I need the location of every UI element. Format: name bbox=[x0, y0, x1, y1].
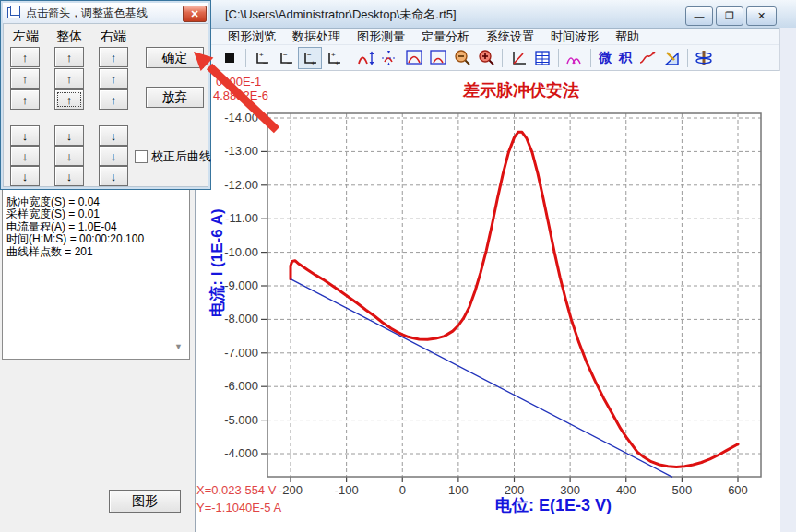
peak-overlay-icon[interactable] bbox=[563, 47, 587, 69]
left-down-button-2[interactable]: ↓ bbox=[10, 146, 40, 166]
cursor-y-readout: Y=-1.1040E-5 A bbox=[196, 501, 281, 514]
differential-button[interactable]: 微 bbox=[595, 47, 615, 69]
toolbar-separator bbox=[350, 49, 350, 67]
column-header-left: 左端 bbox=[10, 29, 42, 45]
dialog-title: 点击箭头，调整蓝色基线 bbox=[26, 6, 148, 21]
chart-pane[interactable] bbox=[196, 71, 780, 532]
menu-help[interactable]: 帮助 bbox=[607, 29, 647, 45]
menu-graph-measure[interactable]: 图形测量 bbox=[349, 29, 413, 45]
confirm-button[interactable]: 确定 bbox=[146, 47, 204, 68]
rotate-3d-icon[interactable] bbox=[692, 47, 716, 69]
axis-max-value-x: 0000E-1 bbox=[216, 75, 261, 89]
axis-shift-2-icon[interactable]: −− bbox=[274, 47, 298, 69]
right-down-button-1[interactable]: ↓ bbox=[99, 125, 128, 146]
svg-text:−: − bbox=[307, 51, 312, 59]
svg-text:−: − bbox=[263, 59, 267, 66]
graph-button[interactable]: 图形 bbox=[109, 490, 181, 513]
restore-button[interactable]: ❐ bbox=[716, 6, 743, 26]
left-up-button-3[interactable]: ↑ bbox=[10, 89, 40, 110]
axis-shift-1-icon[interactable]: +− bbox=[250, 47, 274, 69]
window-controls: — ❐ ✕ bbox=[685, 6, 777, 26]
dialog-close-button[interactable]: ✕ bbox=[183, 6, 207, 22]
toolbar-separator bbox=[590, 49, 591, 67]
minimize-button[interactable]: — bbox=[685, 6, 713, 26]
left-down-button-3[interactable]: ↓ bbox=[10, 166, 40, 186]
chart-title: 差示脉冲伏安法 bbox=[420, 79, 623, 101]
svg-text:+: + bbox=[335, 59, 339, 66]
window-title: [C:\Users\Administrator\Desktop\未命名.rt5] bbox=[225, 6, 457, 23]
parameter-lines: 脉冲宽度(S) = 0.04 采样宽度(S) = 0.01 电流量程(A) = … bbox=[6, 196, 144, 258]
peak-window-small-icon[interactable] bbox=[426, 47, 450, 69]
column-header-whole: 整体 bbox=[53, 29, 85, 45]
integral-button[interactable]: 积 bbox=[615, 47, 636, 69]
menu-system-settings[interactable]: 系统设置 bbox=[478, 29, 542, 45]
right-down-button-2[interactable]: ↓ bbox=[99, 146, 128, 166]
menu-graph-browse[interactable]: 图形浏览 bbox=[220, 29, 284, 45]
whole-down-button-3[interactable]: ↓ bbox=[54, 166, 84, 186]
window-right-border bbox=[779, 28, 796, 532]
x-axis-title: 电位: E(1E-3 V) bbox=[443, 494, 664, 516]
close-button[interactable]: ✕ bbox=[746, 6, 777, 26]
menu-quant-analysis[interactable]: 定量分析 bbox=[413, 29, 478, 45]
dialog-titlebar[interactable]: 点击箭头，调整蓝色基线 bbox=[3, 3, 208, 23]
svg-text:+: + bbox=[259, 51, 264, 59]
dialog-window-icon bbox=[7, 7, 20, 18]
svg-text:−: − bbox=[287, 59, 291, 66]
corrected-curve-checkbox[interactable]: 校正后曲线 bbox=[135, 148, 211, 165]
peak-compress-vertical-icon[interactable] bbox=[378, 47, 402, 69]
abandon-button[interactable]: 放弃 bbox=[146, 87, 204, 108]
axis-max-value-y: 4.8882E-6 bbox=[213, 89, 268, 102]
zoom-in-icon[interactable] bbox=[474, 47, 498, 69]
stop-icon[interactable] bbox=[218, 47, 242, 69]
left-up-button-1[interactable]: ↑ bbox=[10, 47, 40, 67]
whole-down-button-1[interactable]: ↓ bbox=[54, 125, 84, 146]
axis-scale-icon[interactable] bbox=[506, 47, 530, 69]
right-up-button-2[interactable]: ↑ bbox=[99, 68, 128, 89]
toolbar-separator bbox=[502, 49, 503, 67]
whole-up-button-2[interactable]: ↑ bbox=[54, 68, 84, 89]
data-table-icon[interactable] bbox=[530, 47, 554, 69]
svg-text:+: + bbox=[331, 51, 336, 59]
toolbar-separator bbox=[687, 49, 688, 67]
axis-shift-4-icon[interactable]: ++ bbox=[322, 47, 346, 69]
whole-down-button-2[interactable]: ↓ bbox=[54, 146, 84, 166]
left-down-button-1[interactable]: ↓ bbox=[10, 125, 40, 146]
left-up-button-2[interactable]: ↑ bbox=[10, 68, 40, 89]
baseline-dialog: 点击箭头，调整蓝色基线 ✕ 左端 整体 右端 ↑ ↑ ↑ ↑ ↑ ↑ ↑ ↑ ↑… bbox=[0, 0, 211, 190]
checkbox-label: 校正后曲线 bbox=[151, 148, 211, 165]
scroll-down-icon[interactable]: ▼ bbox=[174, 342, 183, 351]
whole-up-button-1[interactable]: ↑ bbox=[54, 47, 84, 67]
peak-window-icon[interactable] bbox=[402, 47, 426, 69]
right-down-button-3[interactable]: ↓ bbox=[99, 166, 128, 186]
svg-text:−: − bbox=[283, 51, 288, 59]
measure-icon[interactable] bbox=[659, 47, 683, 69]
axis-shift-3-icon[interactable]: −+ bbox=[298, 47, 322, 69]
peak-stretch-vertical-icon[interactable] bbox=[354, 47, 378, 69]
derivative-curve-icon[interactable] bbox=[636, 47, 659, 69]
column-header-right: 右端 bbox=[98, 29, 129, 45]
right-up-button-3[interactable]: ↑ bbox=[99, 89, 128, 110]
whole-up-button-3[interactable]: ↑ bbox=[54, 89, 84, 110]
cursor-x-readout: X=0.023 554 V bbox=[196, 483, 276, 497]
right-up-button-1[interactable]: ↑ bbox=[99, 47, 128, 67]
toolbar-separator bbox=[558, 49, 559, 67]
menu-data-process[interactable]: 数据处理 bbox=[284, 29, 349, 45]
checkbox-box[interactable] bbox=[135, 150, 148, 163]
svg-text:+: + bbox=[311, 59, 315, 66]
zoom-out-icon[interactable] bbox=[450, 47, 474, 69]
menu-time-waveform[interactable]: 时间波形 bbox=[542, 29, 607, 45]
toolbar-separator bbox=[245, 49, 246, 67]
